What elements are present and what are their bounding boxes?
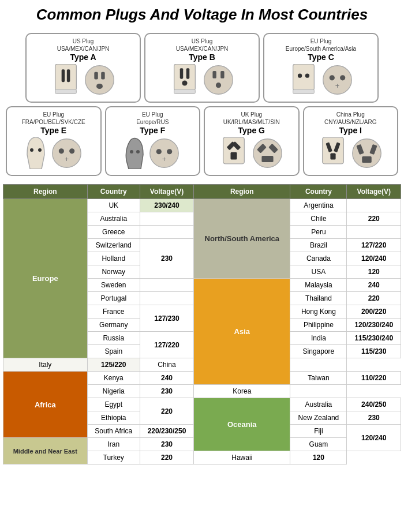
svg-point-31 [130, 150, 133, 153]
voltage-nigeria: 230 [140, 385, 193, 398]
country-chile: Chile [290, 212, 347, 226]
country-china: China [140, 358, 193, 372]
svg-point-25 [30, 148, 33, 152]
svg-point-29 [69, 148, 74, 153]
voltage-brazil: 127/220 [347, 239, 401, 252]
country-newzealand: New Zealand [290, 411, 347, 425]
plug-g-socket-svg [252, 137, 283, 169]
country-southafrica: South Africa [87, 425, 140, 438]
header-region-left: Region [3, 185, 88, 199]
plug-e-visual: + [12, 137, 96, 169]
country-fiji: Fiji [290, 425, 347, 438]
plug-b-visual [150, 64, 254, 96]
country-iran: Iran [87, 438, 140, 451]
voltage-220-egypt: 220 [140, 398, 193, 425]
country-turkey: Turkey [87, 451, 140, 464]
svg-rect-10 [186, 69, 189, 79]
svg-point-19 [305, 74, 309, 78]
plug-a-prong-svg [51, 64, 80, 96]
country-brazil: Brazil [290, 239, 347, 252]
svg-rect-1 [61, 69, 65, 82]
plug-g-type: Type G [210, 126, 294, 135]
svg-rect-3 [55, 89, 76, 93]
header-country-right: Country [290, 185, 347, 199]
country-italy: Italy [3, 358, 88, 372]
plug-f-label: EU PlugEurope/RUS [111, 111, 195, 126]
svg-rect-9 [179, 69, 183, 79]
country-kenya: Kenya [87, 372, 140, 385]
voltage-usa: 120 [347, 265, 401, 279]
plug-c-label: EU PlugEurope/South America/Asia [269, 38, 373, 53]
voltage-chile: 220 [347, 212, 401, 226]
svg-point-4 [85, 66, 114, 95]
voltage-australia-eu [140, 212, 193, 226]
voltage-table: Region Country Voltage(V) Region Country… [3, 184, 401, 464]
header-voltage-left: Voltage(V) [140, 185, 193, 199]
table-section: Region Country Voltage(V) Region Country… [0, 184, 404, 470]
plug-type-b: US PlugUSA/MEX/CAN/JPN Type B [144, 33, 260, 103]
plug-c-prong-svg [289, 64, 318, 96]
svg-rect-5 [94, 72, 98, 80]
country-hongkong: Hong Kong [290, 305, 347, 319]
plug-f-type: Type F [111, 126, 195, 135]
plug-f-visual: + [111, 137, 195, 169]
plug-type-f: EU PlugEurope/RUS Type F + [105, 106, 201, 176]
plug-type-g: UK PlugUK/IRL/MAS/MLT/SIN Type G [204, 106, 300, 176]
country-norway: Norway [87, 265, 140, 279]
country-hawaii: Hawaii [194, 451, 290, 464]
title-section: Common Plugs And Voltage In Most Countri… [0, 0, 404, 28]
country-holland: Holland [87, 252, 140, 265]
country-argentina: Argentina [290, 199, 347, 212]
plug-e-label: EU PlugFRA/POL/BEL/SVK/CZE [12, 111, 96, 126]
svg-rect-2 [66, 69, 69, 82]
voltage-australia-oc: 240/250 [347, 398, 401, 411]
voltage-hawaii: 120 [290, 451, 347, 464]
voltage-korea [290, 385, 347, 398]
svg-rect-0 [55, 64, 76, 91]
region-europe: Europe [3, 199, 88, 358]
svg-text:+: + [335, 81, 339, 90]
voltage-taiwan: 110/220 [347, 372, 401, 385]
country-australia-eu: Australia [87, 212, 140, 226]
voltage-sweden [140, 279, 193, 292]
plug-i-socket-svg [351, 137, 383, 169]
country-nigeria: Nigeria [87, 385, 140, 398]
plug-e-prong-svg [24, 137, 47, 169]
country-korea: Korea [194, 385, 290, 398]
svg-point-26 [38, 148, 42, 152]
country-sweden: Sweden [87, 279, 140, 292]
voltage-kenya: 240 [140, 372, 193, 385]
region-asia: Asia [194, 279, 290, 385]
country-malaysia: Malaysia [290, 279, 347, 292]
plug-c-visual: + [269, 64, 373, 96]
country-usa: USA [290, 265, 347, 279]
plug-a-socket-svg [84, 64, 115, 96]
voltage-newzealand: 230 [347, 411, 401, 425]
country-india: India [290, 332, 347, 345]
country-spain: Spain [87, 345, 140, 358]
svg-rect-12 [174, 89, 195, 93]
svg-rect-6 [101, 72, 104, 80]
plug-f-socket-svg: + [148, 137, 180, 169]
svg-rect-45 [322, 137, 343, 164]
country-switzerland: Switzerland [87, 239, 140, 252]
header-voltage-right: Voltage(V) [347, 185, 401, 199]
plug-g-visual [210, 137, 294, 169]
voltage-120-240-oc: 120/240 [347, 425, 401, 451]
svg-point-28 [59, 148, 64, 153]
voltage-230-group: 230 [140, 239, 193, 279]
plug-type-e: EU PlugFRA/POL/BEL/SVK/CZE Type E + [6, 106, 102, 176]
voltage-thailand: 220 [347, 292, 401, 305]
plug-b-type: Type B [150, 53, 254, 62]
voltage-peru [347, 226, 401, 239]
region-north-south: North/South America [194, 199, 290, 279]
voltage-malaysia: 240 [347, 279, 401, 292]
svg-rect-14 [212, 71, 216, 78]
svg-point-41 [253, 139, 282, 168]
plug-g-prong-svg [219, 137, 248, 169]
country-peru: Peru [290, 226, 347, 239]
plug-i-prong-svg [319, 137, 347, 169]
voltage-127-220: 127/220 [140, 332, 193, 358]
country-guam: Guam [290, 438, 347, 451]
svg-point-34 [156, 149, 162, 154]
